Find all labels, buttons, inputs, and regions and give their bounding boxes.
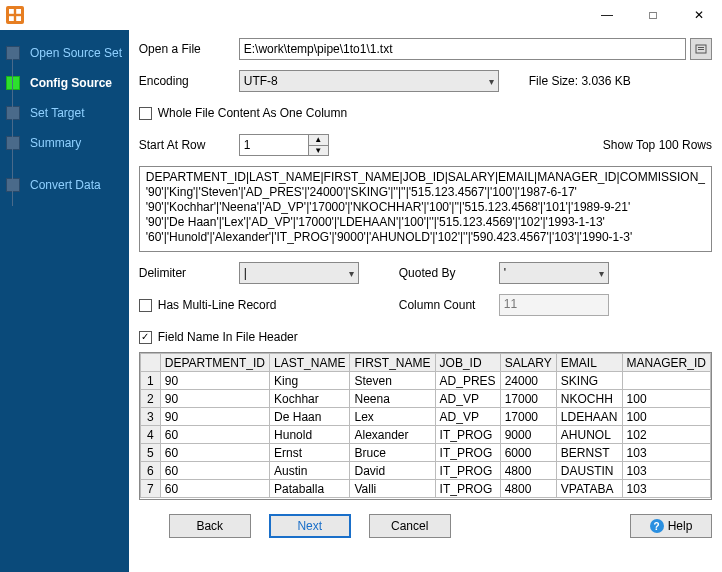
cell[interactable]: IT_PROG [435,426,500,444]
cell[interactable]: David [350,462,435,480]
help-label: Help [668,519,693,533]
multiline-checkbox[interactable] [139,299,152,312]
title-bar: — □ ✕ [0,0,722,30]
cell[interactable]: AD_PRES [435,372,500,390]
sidebar-item-convert-data[interactable]: Convert Data [0,170,129,200]
cell[interactable]: De Haan [270,408,350,426]
sidebar-item-open-source-set[interactable]: Open Source Set [0,38,129,68]
file-preview[interactable]: DEPARTMENT_ID|LAST_NAME|FIRST_NAME|JOB_I… [139,166,712,252]
cell[interactable]: Pataballa [270,480,350,498]
cell[interactable]: AHUNOL [556,426,622,444]
row-number: 5 [140,444,160,462]
whole-file-checkbox[interactable] [139,107,152,120]
cell[interactable]: Austin [270,462,350,480]
delimiter-select[interactable]: | ▾ [239,262,359,284]
cell[interactable]: 100 [622,408,710,426]
cell[interactable]: Kochhar [270,390,350,408]
minimize-button[interactable]: — [584,0,630,30]
table-row[interactable]: 190KingStevenAD_PRES24000SKING [140,372,710,390]
cell[interactable]: 17000 [500,390,556,408]
cell[interactable]: 4800 [500,480,556,498]
cell[interactable]: BERNST [556,444,622,462]
quoted-by-select[interactable]: ' ▾ [499,262,609,284]
cell[interactable]: 90 [160,390,269,408]
column-header[interactable]: EMAIL [556,354,622,372]
cell[interactable]: AD_VP [435,390,500,408]
start-row-label: Start At Row [139,138,239,152]
sidebar-item-summary[interactable]: Summary [0,128,129,158]
cell[interactable]: 9000 [500,426,556,444]
encoding-label: Encoding [139,74,239,88]
open-file-input[interactable] [239,38,686,60]
cell[interactable]: 90 [160,372,269,390]
cell[interactable]: 4800 [500,462,556,480]
cell[interactable]: SKING [556,372,622,390]
maximize-button[interactable]: □ [630,0,676,30]
cell[interactable]: 102 [622,426,710,444]
cell[interactable]: 60 [160,426,269,444]
next-button[interactable]: Next [269,514,351,538]
cell[interactable]: Valli [350,480,435,498]
table-row[interactable]: 460HunoldAlexanderIT_PROG9000AHUNOL102 [140,426,710,444]
start-row-spinner[interactable]: ▲ ▼ [239,134,329,156]
cell[interactable]: NKOCHH [556,390,622,408]
cell[interactable]: IT_PROG [435,480,500,498]
cell[interactable]: Hunold [270,426,350,444]
cell[interactable]: 17000 [500,408,556,426]
app-icon [6,6,24,24]
spin-down-button[interactable]: ▼ [309,146,328,156]
cell[interactable]: 6000 [500,444,556,462]
encoding-select[interactable]: UTF-8 ▾ [239,70,499,92]
column-header[interactable]: SALARY [500,354,556,372]
table-row[interactable]: 390De HaanLexAD_VP17000LDEHAAN100 [140,408,710,426]
cell[interactable]: 60 [160,462,269,480]
cell[interactable]: King [270,372,350,390]
column-header[interactable]: LAST_NAME [270,354,350,372]
cell[interactable]: Lex [350,408,435,426]
table-row[interactable]: 760PataballaValliIT_PROG4800VPATABA103 [140,480,710,498]
cell[interactable]: 60 [160,480,269,498]
cell[interactable] [622,372,710,390]
cell[interactable]: 103 [622,480,710,498]
cell[interactable]: 90 [160,408,269,426]
multiline-label: Has Multi-Line Record [158,298,277,312]
cell[interactable]: LDEHAAN [556,408,622,426]
column-header[interactable]: DEPARTMENT_ID [160,354,269,372]
help-button[interactable]: ? Help [630,514,712,538]
table-row[interactable]: 660AustinDavidIT_PROG4800DAUSTIN103 [140,462,710,480]
cell[interactable]: Steven [350,372,435,390]
svg-rect-6 [698,49,704,50]
close-button[interactable]: ✕ [676,0,722,30]
row-number: 4 [140,426,160,444]
column-header[interactable]: MANAGER_ID [622,354,710,372]
cell[interactable]: 103 [622,444,710,462]
cell[interactable]: IT_PROG [435,444,500,462]
cell[interactable]: IT_PROG [435,462,500,480]
column-header[interactable]: FIRST_NAME [350,354,435,372]
data-grid[interactable]: DEPARTMENT_IDLAST_NAMEFIRST_NAMEJOB_IDSA… [139,352,712,500]
svg-rect-3 [16,16,21,21]
back-button[interactable]: Back [169,514,251,538]
cell[interactable]: AD_VP [435,408,500,426]
cell[interactable]: DAUSTIN [556,462,622,480]
cell[interactable]: VPATABA [556,480,622,498]
table-row[interactable]: 290KochharNeenaAD_VP17000NKOCHH100 [140,390,710,408]
cell[interactable]: 60 [160,444,269,462]
cell[interactable]: Alexander [350,426,435,444]
cell[interactable]: 100 [622,390,710,408]
table-row[interactable]: 560ErnstBruceIT_PROG6000BERNST103 [140,444,710,462]
cell[interactable]: Bruce [350,444,435,462]
cancel-button[interactable]: Cancel [369,514,451,538]
cell[interactable]: Neena [350,390,435,408]
spin-up-button[interactable]: ▲ [309,135,328,146]
field-header-checkbox[interactable]: ✓ [139,331,152,344]
cell[interactable]: 103 [622,462,710,480]
cell[interactable]: Ernst [270,444,350,462]
start-row-input[interactable] [240,135,308,155]
sidebar-item-set-target[interactable]: Set Target [0,98,129,128]
cell[interactable]: 24000 [500,372,556,390]
column-header[interactable]: JOB_ID [435,354,500,372]
row-number: 3 [140,408,160,426]
browse-file-button[interactable] [690,38,712,60]
sidebar-item-config-source[interactable]: Config Source [0,68,129,98]
